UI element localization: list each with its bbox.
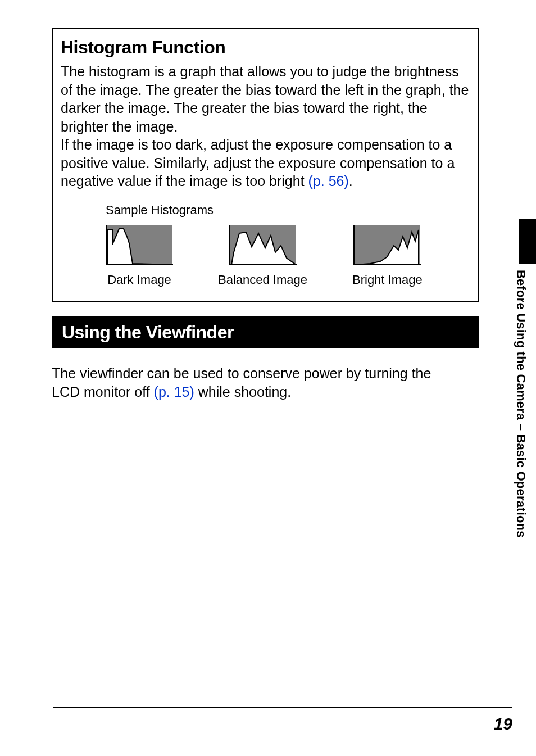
page-ref-56[interactable]: (p. 56) bbox=[308, 173, 349, 189]
page-ref-15[interactable]: (p. 15) bbox=[154, 384, 194, 400]
histogram-balanced-icon bbox=[229, 225, 297, 265]
viewfinder-body-post: while shooting. bbox=[194, 384, 291, 400]
histogram-description: The histogram is a graph that allows you… bbox=[61, 62, 470, 191]
caption-dark: Dark Image bbox=[107, 273, 171, 287]
page-number: 19 bbox=[494, 714, 512, 734]
sample-bright: Bright Image bbox=[352, 225, 423, 287]
sample-histograms-label: Sample Histograms bbox=[106, 203, 470, 218]
footer-rule bbox=[53, 707, 512, 708]
histogram-function-box: Histogram Function The histogram is a gr… bbox=[52, 28, 479, 302]
side-tab-marker bbox=[519, 219, 536, 264]
side-chapter-label: Before Using the Camera – Basic Operatio… bbox=[514, 270, 528, 538]
histogram-dark-icon bbox=[106, 225, 173, 265]
histogram-paragraph-2-pre: If the image is too dark, adjust the exp… bbox=[61, 137, 455, 189]
sample-histograms-row: Dark Image Balanced Image bbox=[106, 225, 470, 287]
sample-dark: Dark Image bbox=[106, 225, 173, 287]
histogram-paragraph-1: The histogram is a graph that allows you… bbox=[61, 64, 469, 134]
histogram-bright-icon bbox=[353, 225, 421, 265]
histogram-function-title: Histogram Function bbox=[61, 37, 470, 58]
caption-bright: Bright Image bbox=[352, 273, 423, 287]
viewfinder-body: The viewfinder can be used to conserve p… bbox=[52, 364, 479, 402]
sample-balanced: Balanced Image bbox=[218, 225, 307, 287]
section-using-viewfinder-title: Using the Viewfinder bbox=[52, 316, 479, 348]
caption-balanced: Balanced Image bbox=[218, 273, 307, 287]
histogram-paragraph-2-post: . bbox=[349, 173, 353, 189]
